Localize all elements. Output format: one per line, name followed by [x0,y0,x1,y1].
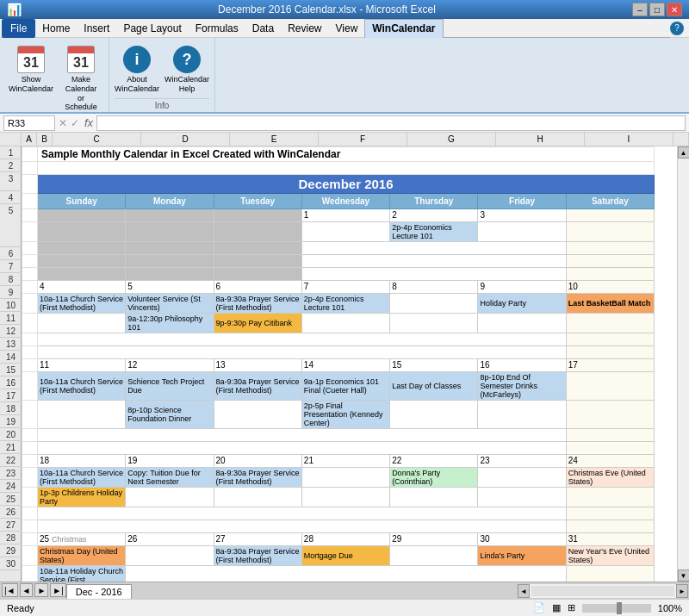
cell-w3-sun-3 [38,401,126,429]
menu-formulas[interactable]: Formulas [189,19,245,38]
row-23: 23 [0,467,22,480]
december-header: December 2016 [38,175,655,194]
row-13: 13 [0,338,22,351]
view-break-icon[interactable]: ⊞ [568,602,575,613]
cell-w4-thu-ev1: Donna's Party (Corinthian) [390,468,478,488]
col-header-g: G [407,133,496,146]
show-wincalendar-button[interactable]: 31 ShowWinCalendar [9,43,53,96]
info-group-label: Info [115,98,209,110]
cell-dec8: 8 [390,281,478,294]
sheet-tab-bar: |◄ ◄ ► ►| Dec - 2016 ◄ ► [0,582,689,599]
wincalendar-help-button[interactable]: ? WinCalendarHelp [164,43,209,96]
cell-dec25-ev2: 10a-11a Holiday Church Service (First Me… [38,566,126,582]
cell-w4-thu-3 [390,488,478,507]
row-30: 30 [0,557,22,570]
zoom-slider[interactable] [582,604,651,613]
cell-w2-fri-ev1: Holiday Party [478,294,566,314]
about-wincalendar-button[interactable]: i AboutWinCalendar [115,43,159,96]
view-layout-icon[interactable]: ▦ [552,602,561,613]
make-calendar-button[interactable]: 31 Make Calendaror Schedule [59,43,103,115]
help-icon[interactable]: ? [670,22,684,35]
menu-review[interactable]: Review [281,19,328,38]
cell-dec1-2 [301,222,389,242]
row-26: 26 [0,506,22,519]
row-24: 24 [0,480,22,493]
scroll-right-button[interactable]: ► [676,584,688,598]
scroll-left-button[interactable]: ◄ [518,584,530,598]
tab-nav-prev[interactable]: ◄ [20,583,34,597]
formula-bar: R33 ✕ ✓ fx [0,114,689,133]
col-header-a: A [22,133,37,146]
cell-dec20: 20 [214,455,301,468]
cell-dec28-ev: Mortgage Due [301,546,389,566]
view-normal-icon[interactable]: 📄 [533,602,545,613]
show-wincalendar-label: ShowWinCalendar [9,75,53,94]
col-header-h: H [496,133,585,146]
status-right: 📄 ▦ ⊞ 100% [533,602,682,613]
corner-cell [0,133,22,146]
col-header-i: I [585,133,673,146]
cell-dec13: 13 [214,359,301,372]
scroll-down-button[interactable]: ▼ [678,569,690,582]
row-22: 22 [0,454,22,467]
row-lbl-23 [22,507,38,520]
horizontal-scrollbar[interactable]: ◄ ► [517,583,689,599]
row-2: 2 [0,159,22,172]
row-lbl-9 [22,268,38,281]
tab-nav-last[interactable]: ►| [50,583,66,597]
row-lbl-11 [22,294,38,314]
menu-page-layout[interactable]: Page Layout [116,19,188,38]
cell-w2-sat-5 [566,346,654,359]
row-27: 27 [0,519,22,532]
vertical-scrollbar[interactable]: ▲ ▼ [677,146,689,582]
status-bar: Ready 📄 ▦ ⊞ 100% [0,599,689,616]
cell-dec5: 5 [126,281,214,294]
app-icon: 📊 [7,3,22,16]
cell-w3-mon-2: 8p-10p Science Foundation Dinner [126,401,214,429]
cell-w1-s4 [38,255,126,268]
tab-nav-first[interactable]: |◄ [2,583,18,597]
formula-input[interactable] [96,115,686,131]
fx-label: fx [84,116,93,129]
col-header-d: D [141,133,230,146]
tab-nav-next[interactable]: ► [34,583,48,597]
menu-data[interactable]: Data [245,19,281,38]
row-10: 10 [0,299,22,312]
cell-dec23: 23 [478,455,566,468]
about-icon: i [123,46,151,73]
sheet-tab-dec2016[interactable]: Dec - 2016 [66,584,132,600]
day-header-mon: Monday [126,194,214,209]
menu-insert[interactable]: Insert [77,19,116,38]
zoom-level: 100% [658,603,682,613]
menu-home[interactable]: Home [35,19,77,38]
cell-w3-thu-3 [390,401,478,429]
close-button[interactable]: ✕ [667,3,682,16]
sheet-nav-buttons: |◄ ◄ ► ►| [0,582,66,599]
cell-w1-m4 [126,255,214,268]
menu-wincalendar[interactable]: WinCalendar [364,19,443,38]
row-lbl-8 [22,255,38,268]
cell-w1-tue [214,209,301,222]
row-1: 1 [0,146,22,159]
cell-dec26-2 [126,546,214,566]
menu-view[interactable]: View [329,19,365,38]
cell-empty2 [301,255,566,268]
maximize-button[interactable]: □ [649,3,665,16]
menu-file[interactable]: File [2,19,35,38]
minimize-button[interactable]: – [632,3,648,16]
cell-w3-sat-4 [566,429,654,442]
cell-empty5 [38,346,567,359]
cell-w3-fri-ev: 8p-10p End Of Semester Drinks (McFarleys… [478,372,566,401]
scroll-up-button[interactable]: ▲ [678,146,690,159]
cell-reference[interactable]: R33 [3,115,55,131]
cell-w2-wed-3 [301,314,389,333]
cell-w4-sat-4 [566,507,654,520]
scroll-hbar [531,586,674,596]
cell-w3-sat-5 [566,442,654,455]
cell-dec28: 28 [301,533,389,546]
row-lbl-25 [22,533,38,546]
cell-w2-thu-2 [390,294,478,314]
row-lbl-18 [22,429,38,442]
cell-w4-fri-2 [478,468,566,488]
title-bar: 📊 December 2016 Calendar.xlsx - Microsof… [0,0,689,19]
